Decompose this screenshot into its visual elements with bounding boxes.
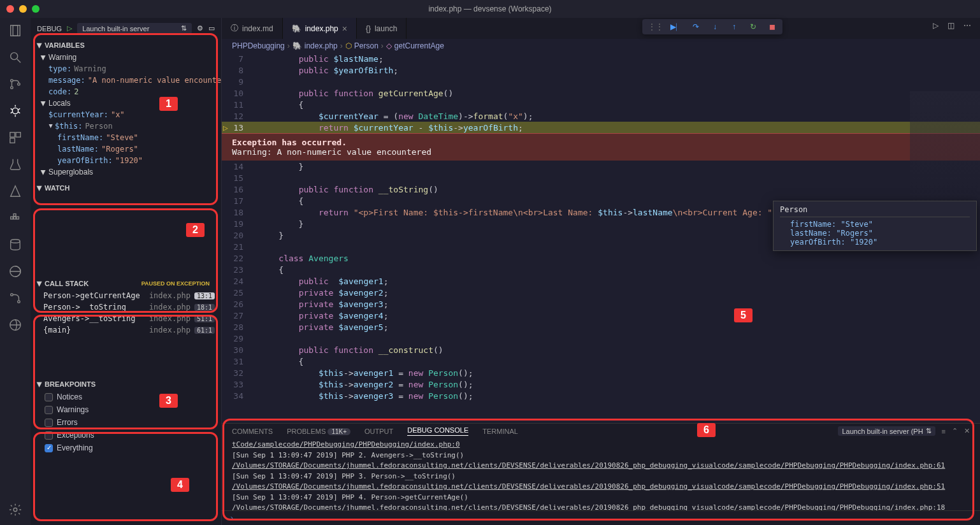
watch-header[interactable]: ▶ WATCH (31, 182, 221, 194)
checkbox[interactable] (45, 393, 53, 401)
more-actions-button[interactable]: ⋯ (963, 21, 971, 30)
code-line[interactable]: 15 (222, 172, 980, 183)
variables-scope-warning[interactable]: ▶Warning (31, 52, 221, 63)
breakpoints-header[interactable]: ▶ BREAKPOINTS (31, 378, 221, 391)
callstack-header[interactable]: ▶CALL STACK PAUSED ON EXCEPTION (31, 277, 221, 290)
restart-button[interactable]: ↻ (748, 22, 758, 32)
code-line[interactable]: 33 $this->avenger2 = new Person(); (222, 378, 980, 390)
code-line[interactable]: 9 (222, 76, 980, 87)
editor-tabs: ⓘindex.md🐘index.php×{}launch (222, 18, 980, 39)
code-line[interactable]: 23 { (222, 264, 980, 275)
continue-button[interactable]: ▶⎸ (672, 22, 682, 32)
code-line[interactable]: 8 public $yearOfBirth; (222, 64, 980, 76)
code-line[interactable]: 34 $this->avenger3 = new Person(); (222, 390, 980, 401)
code-line[interactable]: 28 private $avenger5; (222, 321, 980, 333)
debug-console-input[interactable]: › (222, 510, 980, 525)
debug-console-shortcut-icon[interactable]: ▭ (208, 24, 215, 32)
checkbox[interactable] (45, 444, 53, 452)
code-line[interactable]: 24 public $avenger1; (222, 275, 980, 287)
code-line[interactable]: 32 $this->avenger1 = new Person(); (222, 367, 980, 378)
debug-toolbar[interactable]: ⋮⋮ ▶⎸ ↷ ↓ ↑ ↻ ◼ (642, 19, 782, 34)
code-editor[interactable]: 7 public $lastName;8 public $yearOfBirth… (222, 53, 980, 423)
variables-scope-locals[interactable]: ▶Locals (31, 97, 221, 109)
code-line[interactable]: 7 public $lastName; (222, 53, 980, 64)
debug-sidebar: DEBUG ▷ Launch built-in server ⇅ ⚙ ▭ ▶ V… (31, 18, 222, 525)
callstack-frame[interactable]: Person->getCurrentAgeindex.php13:1 (31, 290, 221, 301)
code-line[interactable]: 12 $currentYear = (new DateTime)->format… (222, 110, 980, 122)
stop-button[interactable]: ◼ (767, 22, 777, 32)
editor-area: ⓘindex.md🐘index.php×{}launch ▷ ◫ ⋯ ⋮⋮ ▶⎸… (222, 18, 980, 525)
breadcrumb[interactable]: PHPDebugging› 🐘index.php› ⬡Person› ◇getC… (222, 39, 980, 53)
start-debug-button[interactable]: ▷ (67, 24, 72, 32)
checkbox[interactable] (45, 406, 53, 414)
code-line[interactable]: 27 private $avenger4; (222, 310, 980, 321)
breakpoint-item[interactable]: Notices (31, 391, 221, 403)
tab-terminal[interactable]: TERMINAL (482, 428, 518, 435)
checkbox[interactable] (45, 431, 53, 440)
chevron-down-icon: ▶ (36, 281, 43, 286)
close-tab-button[interactable]: × (342, 24, 347, 34)
explorer-icon[interactable] (8, 23, 23, 38)
paused-status: PAUSED ON EXCEPTION (141, 280, 215, 287)
code-line[interactable]: 25 private $avenger2; (222, 287, 980, 298)
environment-icon[interactable] (8, 317, 23, 333)
breakpoint-item[interactable]: Errors (31, 416, 221, 429)
breakpoint-item[interactable]: Exceptions (31, 429, 221, 442)
code-line[interactable]: 31 { (222, 356, 980, 367)
breakpoint-item[interactable]: Warnings (31, 403, 221, 416)
tab-debug-console[interactable]: DEBUG CONSOLE (407, 426, 468, 436)
close-panel-button[interactable]: ✕ (964, 427, 970, 435)
callstack-frame[interactable]: {main}index.php61:1 (31, 324, 221, 336)
search-icon[interactable] (8, 50, 23, 65)
docker-icon[interactable] (8, 210, 23, 226)
tab-label: index.php (305, 24, 338, 33)
code-line[interactable]: ▷13 return $currentYear - $this->yearOfB… (222, 122, 980, 133)
debug-console-output[interactable]: tCode/samplecode/PHPDebugging/PHPDebuggi… (222, 438, 980, 510)
database-icon[interactable] (8, 237, 23, 252)
azure-icon[interactable] (8, 183, 23, 199)
editor-tab[interactable]: ⓘindex.md (222, 18, 283, 39)
code-line[interactable]: 22 class Avengers (222, 252, 980, 264)
code-line[interactable]: 26 private $avenger3; (222, 298, 980, 310)
code-line[interactable]: 29 (222, 333, 980, 344)
step-out-button[interactable]: ↑ (729, 22, 739, 32)
callstack-frame[interactable]: Avengers->__toStringindex.php51:1 (31, 313, 221, 324)
minimap[interactable] (910, 91, 980, 206)
code-line[interactable]: 16 public function __toString() (222, 183, 980, 195)
extensions-icon[interactable] (8, 130, 23, 145)
run-file-button[interactable]: ▷ (933, 21, 939, 30)
code-line[interactable]: 11 { (222, 99, 980, 110)
breakpoint-item[interactable]: Everything (31, 442, 221, 454)
svg-point-5 (11, 87, 13, 89)
git-graph-icon[interactable] (8, 291, 23, 306)
gear-icon[interactable]: ⚙ (197, 24, 203, 32)
callstack-frame[interactable]: Person->__toStringindex.php18:1 (31, 301, 221, 313)
variables-header[interactable]: ▶ VARIABLES (31, 39, 221, 52)
variables-scope-superglobals[interactable]: ▶Superglobals (31, 166, 221, 178)
debug-config-select[interactable]: Launch built-in server ⇅ (77, 23, 192, 34)
step-into-button[interactable]: ↓ (710, 22, 720, 32)
test-icon[interactable] (8, 157, 23, 172)
editor-tab[interactable]: {}launch (357, 18, 407, 39)
debug-session-select[interactable]: Launch built-in server (PH ⇅ (838, 426, 935, 436)
tab-problems[interactable]: PROBLEMS 11K+ (287, 428, 350, 435)
variable-this[interactable]: ▶ $this: Person (31, 120, 221, 132)
live-share-icon[interactable] (8, 264, 23, 279)
code-line[interactable]: 10 public function getCurrentAge() (222, 87, 980, 99)
source-control-icon[interactable] (8, 76, 23, 92)
clear-console-button[interactable]: ≡ (942, 428, 946, 435)
collapse-panel-button[interactable]: ⌃ (952, 427, 958, 435)
code-line[interactable]: 14 } (222, 161, 980, 172)
step-over-button[interactable]: ↷ (691, 22, 701, 32)
split-editor-button[interactable]: ◫ (948, 21, 955, 30)
tab-comments[interactable]: COMMENTS (232, 428, 273, 435)
tab-output[interactable]: OUTPUT (364, 428, 393, 435)
settings-icon[interactable] (8, 502, 23, 517)
debug-header-label: DEBUG (37, 25, 62, 32)
code-line[interactable]: 30 public function __construct() (222, 344, 980, 356)
debug-icon[interactable] (8, 103, 23, 119)
drag-handle-icon[interactable]: ⋮⋮ (647, 22, 663, 32)
checkbox[interactable] (45, 419, 53, 427)
debug-header: DEBUG ▷ Launch built-in server ⇅ ⚙ ▭ (31, 18, 221, 39)
editor-tab[interactable]: 🐘index.php× (283, 18, 357, 39)
